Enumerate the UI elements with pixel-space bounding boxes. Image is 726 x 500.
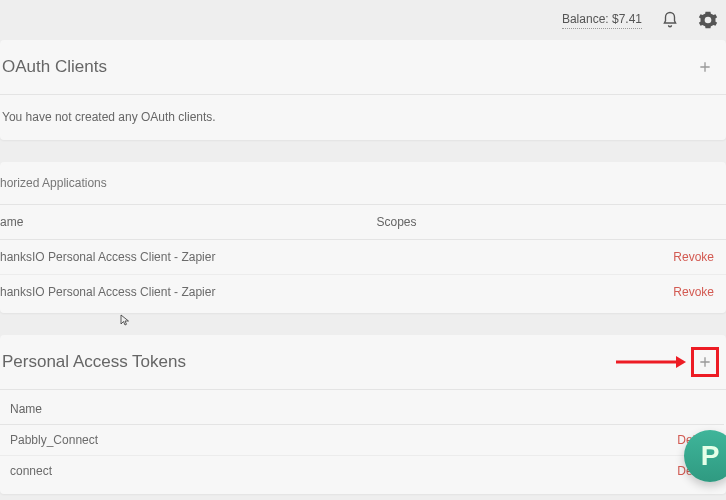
settings-gear-icon[interactable] xyxy=(698,10,718,30)
authorized-app-name: hanksIO Personal Access Client - Zapier xyxy=(0,285,376,299)
authorized-apps-columns: ame Scopes xyxy=(0,205,726,240)
chat-widget-label: P xyxy=(701,442,720,470)
column-name: Name xyxy=(10,402,380,416)
token-row: connect Delete xyxy=(0,456,724,486)
highlight-arrow-annotation xyxy=(616,355,686,369)
authorized-app-row: hanksIO Personal Access Client - Zapier … xyxy=(0,240,726,275)
personal-access-tokens-title: Personal Access Tokens xyxy=(2,352,186,372)
notifications-icon[interactable] xyxy=(660,10,680,30)
oauth-clients-title: OAuth Clients xyxy=(2,57,107,77)
oauth-empty-text: You have not created any OAuth clients. xyxy=(2,110,216,124)
oauth-clients-card: OAuth Clients You have not created any O… xyxy=(0,40,726,140)
svg-marker-1 xyxy=(676,356,686,368)
personal-access-tokens-header: Personal Access Tokens xyxy=(0,335,726,390)
tokens-columns: Name xyxy=(0,394,724,425)
authorized-apps-card: horized Applications ame Scopes hanksIO … xyxy=(0,162,726,313)
personal-access-tokens-card: Personal Access Tokens Name xyxy=(0,335,726,494)
add-personal-access-token-button[interactable] xyxy=(694,349,716,375)
revoke-button[interactable]: Revoke xyxy=(673,285,724,299)
authorized-apps-title: horized Applications xyxy=(0,176,107,190)
authorized-app-name: hanksIO Personal Access Client - Zapier xyxy=(0,250,376,264)
topbar: Balance: $7.41 xyxy=(0,0,726,40)
token-name: connect xyxy=(10,464,380,478)
revoke-button[interactable]: Revoke xyxy=(673,250,724,264)
oauth-clients-header: OAuth Clients xyxy=(0,40,726,95)
authorized-apps-header: horized Applications xyxy=(0,162,726,205)
authorized-app-row: hanksIO Personal Access Client - Zapier … xyxy=(0,275,726,309)
add-oauth-client-button[interactable] xyxy=(694,54,716,80)
column-scopes: Scopes xyxy=(376,215,724,229)
token-name: Pabbly_Connect xyxy=(10,433,380,447)
oauth-clients-body: You have not created any OAuth clients. xyxy=(0,95,726,140)
column-name: ame xyxy=(0,215,376,229)
plus-icon xyxy=(697,354,713,370)
balance-display: Balance: $7.41 xyxy=(562,12,642,29)
token-row: Pabbly_Connect Delete xyxy=(0,425,724,456)
